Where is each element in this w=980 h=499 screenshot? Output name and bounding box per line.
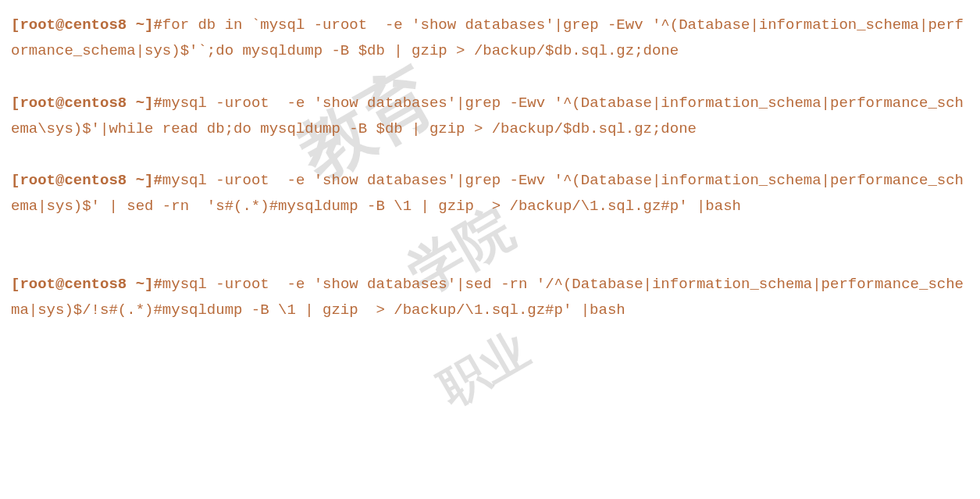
prompt-user-host: root@centos8 ~ [20, 276, 144, 293]
prompt-user-host: root@centos8 ~ [20, 94, 144, 112]
prompt-open-bracket: [ [11, 172, 20, 189]
command-block: [root@centos8 ~]#mysql -uroot -e 'show d… [11, 272, 969, 324]
command-block: [root@centos8 ~]#mysql -uroot -e 'show d… [11, 168, 969, 220]
prompt-open-bracket: [ [11, 94, 20, 112]
prompt-open-bracket: [ [11, 276, 20, 293]
prompt-user-host: root@centos8 ~ [20, 16, 144, 34]
watermark-text: 职业 [423, 310, 545, 428]
prompt-close-bracket: ]# [144, 276, 162, 293]
prompt-close-bracket: ]# [144, 16, 162, 34]
prompt-user-host: root@centos8 ~ [20, 172, 144, 189]
terminal-output: [root@centos8 ~]#for db in `mysql -uroot… [11, 12, 969, 323]
command-block: [root@centos8 ~]#mysql -uroot -e 'show d… [11, 91, 969, 143]
command-block: [root@centos8 ~]#for db in `mysql -uroot… [11, 12, 969, 65]
prompt-close-bracket: ]# [144, 172, 162, 189]
prompt-open-bracket: [ [11, 16, 20, 34]
prompt-close-bracket: ]# [144, 94, 162, 112]
